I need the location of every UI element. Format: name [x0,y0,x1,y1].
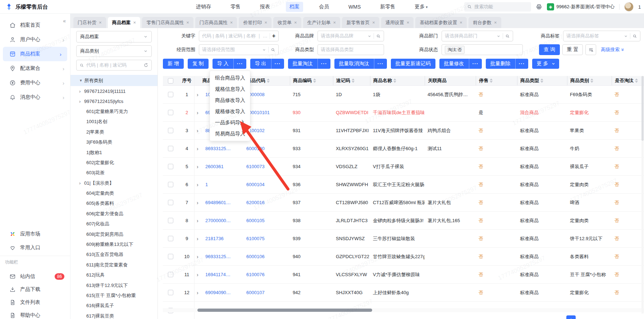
page-tab[interactable]: 门店商品属性 × [195,17,237,28]
expand-row-icon[interactable]: › [197,272,198,278]
dept-select[interactable]: 请选择商品部门 [442,31,513,41]
row-checkbox[interactable] [168,92,173,97]
close-icon[interactable]: × [294,20,297,25]
top-nav-item[interactable]: 档案 [286,2,303,12]
tree-item[interactable]: › 99767122419|11111 [70,86,157,96]
row-checkbox[interactable] [168,146,173,151]
expand-row-icon[interactable]: › [197,128,198,134]
status-select[interactable]: 淘汰:否 [442,44,523,55]
tree-item[interactable]: 3|F69条码类 [70,137,157,147]
page-tab[interactable]: 价签打印 × [239,17,271,28]
more-options-icon[interactable]: ··· [515,59,528,69]
code-link[interactable]: 6100073 [246,164,265,169]
code-link[interactable]: 6000100 [246,146,265,151]
barcode-link[interactable]: 96933125… [205,254,231,259]
tree-item[interactable]: 617|裸装豆类 [70,311,157,319]
top-nav-item[interactable]: 会员 [315,2,333,12]
page-tab[interactable]: 商品档案 × [108,17,141,28]
barcode-link[interactable]: 27000000… [205,218,231,223]
toolbar-button[interactable]: 更 多 [532,59,559,69]
import-menu-item[interactable]: 规格信息导入 [210,84,250,95]
close-icon[interactable]: × [333,20,336,25]
sort-icon[interactable] [590,78,593,83]
toolbar-button[interactable]: 批量修改 ··· [439,59,482,69]
expand-row-icon[interactable]: › [197,290,198,296]
tree-root-all-categories[interactable]: ▾ 所有类别 [70,75,157,86]
code-link[interactable]: 6000107 [246,290,265,295]
category-mode-select[interactable]: 商品类别 [76,45,152,57]
expand-row-icon[interactable]: › [197,164,198,170]
row-checkbox[interactable] [168,110,173,115]
close-icon[interactable]: × [99,20,102,25]
tree-item[interactable]: 601|定量糖果巧克力 [70,107,157,117]
tree-item[interactable]: 613|饼干12.9元以下 [70,280,157,290]
sidebar-item[interactable]: 常用入口 [0,241,70,255]
row-checkbox[interactable] [168,182,173,187]
code-link[interactable]: 6100076 [246,272,265,277]
expand-row-icon[interactable]: › [197,182,198,188]
row-checkbox[interactable] [168,128,173,133]
page-tab[interactable]: 生产计划单 × [303,17,341,28]
tree-item[interactable]: 607|化妆品 [70,219,157,229]
code-link[interactable]: 6000105 [246,218,265,223]
tree-item[interactable]: 1001|名创 [70,117,157,127]
sidebar-item[interactable]: 消息中心 › [0,90,70,104]
expand-row-icon[interactable]: › [197,200,198,206]
tree-item[interactable]: 602|定量膨化 [70,158,157,168]
row-checkbox[interactable] [168,272,173,277]
more-options-icon[interactable]: ··· [469,59,482,69]
category-search-input[interactable]: 代码 | 名称 | 速记码 [76,60,152,71]
expand-icon[interactable]: › [79,89,82,94]
barcode-link[interactable]: 69094090… [205,290,231,295]
page-tab[interactable]: 收货单 × [273,17,301,28]
close-icon[interactable]: × [186,20,189,25]
sort-icon[interactable] [490,78,493,83]
toolbar-button[interactable]: 批量取消淘汰 ··· [334,59,387,69]
sidebar-item[interactable]: 费用中心 › [0,76,70,90]
code-link[interactable]: 6100075 [246,236,265,241]
tree-item[interactable]: 610|五金百货电器 [70,250,157,260]
import-menu-item[interactable]: 商品修改导入 [210,95,250,106]
tag-select[interactable]: 请选择商品标签 [563,31,640,41]
row-checkbox[interactable] [168,218,173,223]
page-tab[interactable]: 通用设置 × [381,17,414,28]
tree-item[interactable]: 615|豆干 豆腐*小包称重 [70,291,157,301]
toolbar-button[interactable]: 批量淘汰 ··· [288,59,330,69]
keyword-input[interactable]: 代码 | 条码 | 速记码 | 名称 ｜ … + [199,31,279,41]
barcode-link[interactable]: 2600361 [205,164,224,169]
page-tab[interactable]: 基础档案参数设置 × [415,17,467,28]
import-menu-item[interactable]: 规格修改导入 [210,106,250,117]
top-nav-item[interactable]: WMS [345,2,364,12]
expand-row-icon[interactable]: › [197,146,198,152]
tree-item[interactable]: 603|花茶 [70,168,157,178]
select-all-checkbox[interactable] [168,78,173,84]
sidebar-item[interactable]: 用户中心 › [0,32,70,47]
more-options-icon[interactable]: ··· [374,59,387,69]
sort-icon[interactable] [313,78,316,83]
tree-item[interactable]: 2|苹果类 [70,127,157,137]
advanced-search-link[interactable]: 高级搜索 [601,44,625,55]
top-nav-item[interactable]: 报表 [256,2,274,12]
top-nav-item[interactable]: 更多 ▾ [411,2,431,12]
close-icon[interactable]: × [230,20,233,25]
archive-type-select[interactable]: 商品档案 [76,31,152,42]
toolbar-button[interactable]: 导 出 ··· [250,59,284,69]
top-nav-item[interactable]: 进销存 [192,2,215,12]
import-menu-item[interactable]: 一品多码导入 [210,117,250,128]
expand-row-icon[interactable]: › [197,218,198,224]
expand-icon[interactable]: › [79,180,82,186]
store-switcher[interactable]: ◈ 99662-新界面测试-管理中心 [547,3,615,10]
expand-row-icon[interactable]: › [197,254,198,260]
sidebar-tool-item[interactable]: 站内信 86 [0,270,70,283]
tree-item[interactable]: 612|玩具 [70,270,157,280]
top-nav-item[interactable]: 新零售 [376,2,399,12]
close-icon[interactable]: × [407,20,410,25]
row-checkbox[interactable] [168,236,173,241]
sidebar-item[interactable]: 配送聚合 › [0,61,70,76]
page-1-button[interactable]: 1 [566,315,576,319]
sidebar-item[interactable]: 商品档案 › [3,47,67,61]
sidebar-tool-item[interactable]: 文件列表 [0,296,70,309]
page-tab[interactable]: 前台参数 × [469,17,501,28]
barcode-link[interactable]: 2181736 [205,236,224,241]
tree-item[interactable]: › 99767122415|lyfcs [70,96,157,106]
